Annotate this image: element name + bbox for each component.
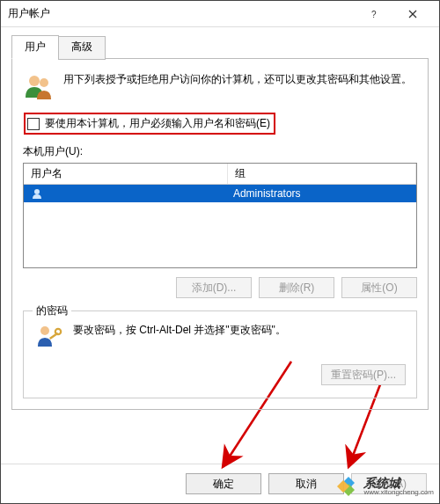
row-group: Administrators (233, 187, 301, 200)
userlist-label: 本机用户(U): (23, 144, 417, 159)
svg-point-4 (40, 78, 48, 87)
highlight-box: 要使用本计算机，用户必须输入用户名和密码(E) (24, 113, 275, 135)
key-icon (34, 322, 64, 352)
require-login-label: 要使用本计算机，用户必须输入用户名和密码(E) (45, 116, 270, 131)
list-header: 用户名 组 (24, 164, 416, 185)
col-username[interactable]: 用户名 (24, 164, 228, 184)
password-legend-text: 的密码 (36, 303, 68, 318)
close-icon[interactable] (393, 1, 432, 26)
window-controls: ? (355, 1, 432, 26)
password-text: 要改密码，按 Ctrl-Alt-Del 并选择"更改密码"。 (73, 322, 286, 339)
ok-button[interactable]: 确定 (186, 473, 261, 494)
svg-point-6 (40, 326, 49, 335)
reset-password-button[interactable]: 重置密码(P)... (321, 364, 406, 385)
window-title: 用户帐户 (8, 6, 50, 21)
tab-user[interactable]: 用户 (11, 35, 59, 59)
tab-strip: 用户 高级 (11, 34, 429, 58)
add-button[interactable]: 添加(D)... (176, 277, 252, 298)
users-icon (23, 71, 55, 103)
properties-button[interactable]: 属性(O) (341, 277, 417, 298)
list-item[interactable]: Administrators (24, 185, 416, 202)
watermark: 系统城 www.xitongcheng.com (337, 475, 434, 498)
cancel-button[interactable]: 取消 (268, 473, 344, 494)
intro-text: 用下列表授予或拒绝用户访问你的计算机，还可以更改其密码和其他设置。 (63, 71, 412, 88)
svg-text:?: ? (371, 10, 377, 18)
password-legend: 的密码 (33, 303, 71, 318)
titlebar: 用户帐户 ? (1, 1, 439, 27)
watermark-logo-icon (337, 475, 360, 498)
user-listbox[interactable]: 用户名 组 Administrators (23, 163, 417, 268)
watermark-url: www.xitongcheng.com (363, 489, 434, 496)
tab-pane-user: 用下列表授予或拒绝用户访问你的计算机，还可以更改其密码和其他设置。 要使用本计算… (11, 58, 429, 410)
password-groupbox: 的密码 要改密码，按 Ctrl-Alt-Del 并选择"更改密码"。 重置密码(… (23, 310, 417, 398)
svg-point-5 (34, 189, 40, 194)
require-login-checkbox[interactable] (27, 118, 40, 130)
svg-point-3 (29, 76, 40, 86)
tab-advanced[interactable]: 高级 (58, 36, 106, 60)
remove-button[interactable]: 删除(R) (259, 277, 334, 298)
svg-point-8 (55, 329, 61, 334)
help-icon[interactable]: ? (355, 1, 393, 26)
watermark-name: 系统城 (363, 477, 434, 489)
user-icon (31, 187, 43, 200)
col-group[interactable]: 组 (228, 164, 416, 184)
